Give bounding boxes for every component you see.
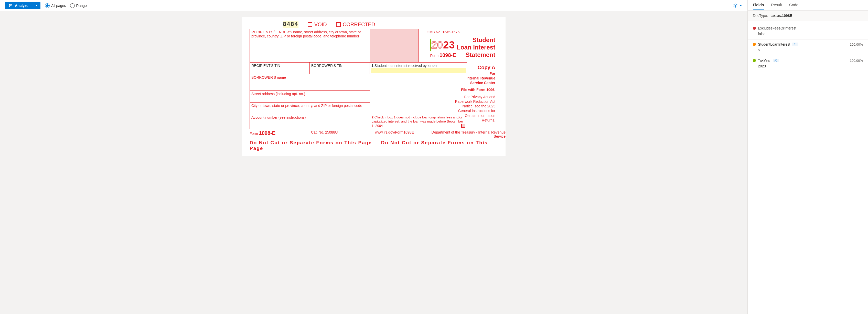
recipient-header-cell: RECIPIENT'S/LENDER'S name, street addres… xyxy=(250,29,370,62)
radio-all-pages[interactable]: All pages xyxy=(45,3,66,8)
results-panel: Fields Result Code DocType: tax.us.1098E… xyxy=(748,0,868,314)
document-page: 8484 VOID CORRECTED Student xyxy=(242,17,505,156)
field-name: TaxYear xyxy=(758,58,771,62)
field-value: 2023 xyxy=(758,64,863,68)
toolbar: Analyze All pages Range xyxy=(0,0,747,11)
checkbox-icon xyxy=(336,22,341,27)
void-label: VOID xyxy=(314,22,327,27)
chevron-down-icon xyxy=(739,4,742,7)
field-confidence: 100.00% xyxy=(850,42,863,47)
checkbox-icon xyxy=(308,22,312,27)
corrected-label: CORRECTED xyxy=(343,22,375,27)
chevron-down-icon xyxy=(35,4,38,7)
field-value: $ xyxy=(758,48,863,52)
tab-code[interactable]: Code xyxy=(789,3,798,10)
doctype-label: DocType: xyxy=(753,13,768,18)
borrower-tin-cell: BORROWER'S TIN xyxy=(310,62,370,74)
fields-list: ExcludesFeesOrInterestfalseStudentLoanIn… xyxy=(748,21,868,75)
corrected-checkbox: CORRECTED xyxy=(336,22,375,27)
box1-cell: 1 Student loan interest received by lend… xyxy=(370,62,467,74)
doctype-row: DocType: tax.us.1098E xyxy=(748,10,868,21)
warning-line: Do Not Cut or Separate Forms on This Pag… xyxy=(250,140,498,151)
radio-label: All pages xyxy=(51,4,66,8)
layers-dropdown[interactable] xyxy=(733,3,742,8)
street-cell: Street address (including apt. no.) xyxy=(250,91,370,103)
field-value: false xyxy=(758,32,863,36)
form-sequence: 8484 xyxy=(283,21,299,28)
analyze-button[interactable]: Analyze xyxy=(5,2,40,9)
field-badge: #1 xyxy=(792,42,798,46)
field-block[interactable]: StudentLoanInterest#1100.00%$ xyxy=(748,40,868,56)
doctype-value: tax.us.1098E xyxy=(771,13,792,18)
layers-icon xyxy=(733,3,738,8)
field-name: StudentLoanInterest xyxy=(758,42,790,47)
analyze-icon xyxy=(9,4,13,8)
box2-cell: 2 Check if box 1 does not include loan o… xyxy=(370,114,467,129)
field-block[interactable]: TaxYear#1100.00%2023 xyxy=(748,56,868,72)
analyze-dropdown[interactable] xyxy=(32,2,40,9)
city-cell: City or town, state or province, country… xyxy=(250,103,370,114)
shaded-cell xyxy=(370,29,419,62)
radio-range[interactable]: Range xyxy=(70,3,87,8)
year-cell: 2023 Form 1098-E xyxy=(419,38,467,62)
color-dot xyxy=(753,59,756,62)
omb-cell: OMB No. 1545-1576 xyxy=(419,29,467,38)
tab-result[interactable]: Result xyxy=(771,3,782,10)
field-badge: #1 xyxy=(773,59,779,62)
color-dot xyxy=(753,27,756,30)
analyze-main[interactable]: Analyze xyxy=(5,2,32,9)
color-dot xyxy=(753,43,756,46)
panel-tabs: Fields Result Code xyxy=(748,0,868,10)
checkbox-icon xyxy=(461,124,465,128)
radio-label: Range xyxy=(76,4,87,8)
form-footer: Form 1098-E Cat. No. 25088U www.irs.gov/… xyxy=(250,129,505,138)
void-checkbox: VOID xyxy=(308,22,327,27)
borrower-name-cell: BORROWER'S name xyxy=(250,74,370,91)
page-range-group: All pages Range xyxy=(45,3,87,8)
tab-fields[interactable]: Fields xyxy=(753,3,764,10)
field-name: ExcludesFeesOrInterest xyxy=(758,26,796,30)
field-confidence: 100.00% xyxy=(850,59,863,62)
field-block[interactable]: ExcludesFeesOrInterestfalse xyxy=(748,24,868,40)
analyze-label: Analyze xyxy=(15,4,28,8)
recipient-tin-cell: RECIPIENT'S TIN xyxy=(250,62,310,74)
document-viewer[interactable]: 8484 VOID CORRECTED Student xyxy=(0,11,747,314)
account-cell: Account number (see instructions) xyxy=(250,114,370,129)
